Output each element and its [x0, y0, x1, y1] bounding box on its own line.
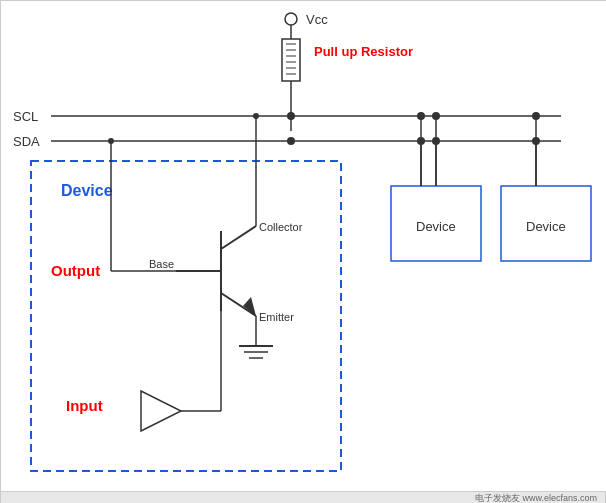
svg-text:Device: Device [526, 219, 566, 234]
diagram-area: Vcc Pull up Resistor SCL SDA [1, 1, 605, 491]
svg-text:Input: Input [66, 397, 103, 414]
svg-point-58 [532, 137, 540, 145]
main-container: Vcc Pull up Resistor SCL SDA [0, 0, 606, 503]
svg-point-52 [417, 112, 425, 120]
svg-point-48 [432, 112, 440, 120]
svg-text:Base: Base [149, 258, 174, 270]
svg-text:SCL: SCL [13, 109, 38, 124]
svg-rect-4 [282, 39, 300, 81]
footer-text: 电子发烧友 www.elecfans.com [475, 492, 597, 504]
svg-text:Device: Device [416, 219, 456, 234]
svg-text:Collector: Collector [259, 221, 303, 233]
svg-text:Emitter: Emitter [259, 311, 294, 323]
svg-point-17 [287, 112, 295, 120]
svg-point-29 [253, 113, 259, 119]
svg-text:Vcc: Vcc [306, 12, 328, 27]
svg-point-1 [285, 13, 297, 25]
svg-rect-19 [31, 161, 341, 471]
svg-point-38 [108, 138, 114, 144]
svg-point-50 [432, 137, 440, 145]
svg-text:Output: Output [51, 262, 100, 279]
svg-text:Device: Device [61, 182, 113, 199]
footer-bar: 电子发烧友 www.elecfans.com [1, 491, 605, 503]
svg-point-56 [532, 112, 540, 120]
svg-text:SDA: SDA [13, 134, 40, 149]
circuit-svg: Vcc Pull up Resistor SCL SDA [1, 1, 606, 491]
svg-point-54 [417, 137, 425, 145]
svg-text:Pull up Resistor: Pull up Resistor [314, 44, 413, 59]
svg-point-18 [287, 137, 295, 145]
